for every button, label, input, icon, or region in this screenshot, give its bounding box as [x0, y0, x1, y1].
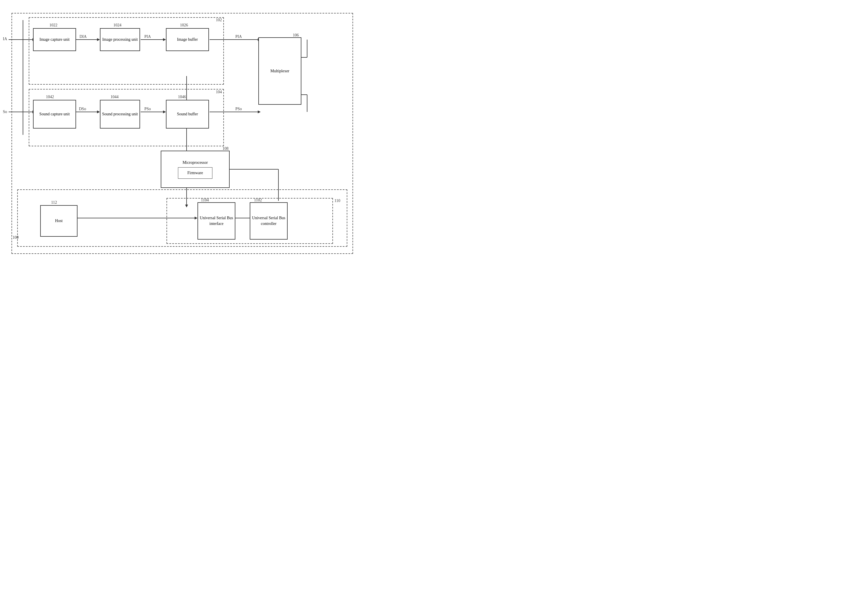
image-capture-unit: Image capture unit	[33, 28, 76, 51]
microprocessor-box: Microprocessor Firmware	[161, 151, 230, 188]
usb-interface: Universal Serial Bus interface	[197, 202, 235, 240]
label-1026: 1026	[180, 23, 188, 28]
label-1022: 1022	[49, 23, 57, 28]
image-buffer: Image buffer	[166, 28, 209, 51]
usb-controller: Universal Serial Bus controller	[250, 202, 288, 240]
label-1024: 1024	[113, 23, 121, 28]
signal-ia: IA	[3, 37, 7, 41]
signal-pia-2: PIA	[235, 35, 242, 39]
label-112: 112	[51, 200, 57, 205]
signal-pso-1: PSo	[144, 107, 151, 111]
sound-capture-unit: Sound capture unit	[33, 100, 76, 129]
diagram: 100 102 104 110 Image capture unit 1022 …	[0, 0, 362, 258]
signal-dso: DSo	[79, 107, 86, 111]
label-1042: 1042	[46, 95, 54, 99]
firmware-box: Firmware	[178, 167, 213, 179]
multiplexer: Multiplexer	[258, 37, 301, 105]
label-102: 102	[216, 18, 222, 22]
signal-pso-2: PSo	[235, 107, 242, 111]
label-106: 106	[293, 33, 299, 38]
signal-pia-1: PIA	[144, 35, 151, 39]
sound-processing-unit: Sound processing unit	[100, 100, 140, 129]
label-108: 108	[222, 146, 228, 151]
label-104: 104	[216, 90, 222, 94]
label-1102: 1102	[254, 198, 262, 203]
image-processing-unit: Image processing unit	[100, 28, 140, 51]
sound-buffer: Sound buffer	[166, 100, 209, 129]
label-1044: 1044	[110, 95, 118, 99]
signal-so: So	[3, 110, 7, 114]
host-box: Host	[40, 205, 77, 237]
signal-dia: DIA	[80, 35, 87, 39]
label-1104: 1104	[201, 198, 209, 203]
label-1046: 1046	[178, 95, 186, 99]
